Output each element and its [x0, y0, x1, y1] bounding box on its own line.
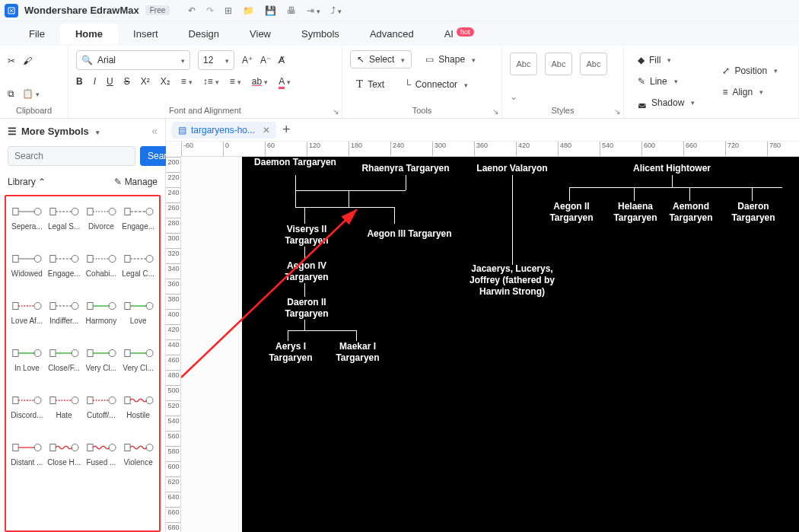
- shape-loveaf[interactable]: Love Af...: [9, 297, 45, 341]
- dialog-launcher-icon[interactable]: ↘: [333, 107, 339, 116]
- node-aemond[interactable]: Aemond Targaryen: [664, 201, 718, 224]
- menu-insert[interactable]: Insert: [118, 24, 173, 44]
- shape-cutoff[interactable]: Cutoff/...: [84, 391, 119, 435]
- shape-widowed[interactable]: Widowed: [9, 250, 45, 294]
- shape-closeh[interactable]: Close H...: [46, 438, 82, 483]
- style-more-icon[interactable]: ⌄: [510, 91, 517, 102]
- superscript-button[interactable]: X²: [141, 76, 150, 87]
- paste-icon[interactable]: 📋: [22, 88, 40, 99]
- text-tool[interactable]: TText: [350, 75, 390, 94]
- shape-legalc[interactable]: Legal C...: [120, 250, 156, 294]
- menu-symbols[interactable]: Symbols: [286, 24, 355, 44]
- align-shapes-button[interactable]: ≡ Align: [716, 84, 784, 100]
- add-tab-button[interactable]: +: [279, 122, 294, 138]
- shape-love[interactable]: Love: [120, 297, 156, 341]
- menu-design[interactable]: Design: [173, 24, 234, 44]
- save-icon[interactable]: 💾: [265, 5, 276, 16]
- cut-icon[interactable]: ✂: [8, 56, 15, 66]
- position-button[interactable]: ⤢ Position: [716, 62, 784, 79]
- style-preset-1[interactable]: Abc: [510, 53, 537, 75]
- shape-inlove[interactable]: In Love: [9, 344, 45, 388]
- shadow-button[interactable]: ◛ Shadow: [632, 94, 701, 111]
- bullets-button[interactable]: ≡: [181, 76, 193, 87]
- format-painter-icon[interactable]: 🖌: [23, 56, 32, 66]
- share-icon[interactable]: ⤴: [331, 5, 342, 16]
- shape-engage[interactable]: Engage...: [120, 202, 156, 247]
- menu-file[interactable]: File: [14, 24, 60, 44]
- line-spacing-button[interactable]: ↕≡: [203, 76, 219, 87]
- menu-home[interactable]: Home: [60, 24, 118, 44]
- fill-button[interactable]: ◆ Fill: [632, 52, 701, 68]
- shape-distant[interactable]: Distant ...: [9, 438, 45, 483]
- redo-icon[interactable]: ↷: [206, 5, 214, 16]
- dialog-launcher-icon[interactable]: ↘: [614, 107, 620, 116]
- strike-button[interactable]: S: [124, 76, 130, 87]
- shape-legals[interactable]: Legal S...: [46, 202, 82, 247]
- shape-verycl[interactable]: Very Cl...: [84, 344, 119, 388]
- shape-fused[interactable]: Fused ...: [84, 438, 119, 483]
- undo-icon[interactable]: ↶: [188, 5, 196, 16]
- node-helaena[interactable]: Helaena Targaryen: [607, 201, 664, 224]
- vruler-tick: 220: [166, 172, 181, 181]
- shape-harmony[interactable]: Harmony: [84, 297, 119, 341]
- close-tab-icon[interactable]: ✕: [263, 125, 270, 135]
- shape-label: Love: [130, 317, 147, 325]
- shape-label: Discord...: [11, 411, 43, 419]
- shape-verycl[interactable]: Very Cl...: [120, 344, 156, 388]
- clear-format-icon[interactable]: A̸: [279, 55, 285, 65]
- shape-indiffer[interactable]: Indiffer...: [46, 297, 82, 341]
- vruler-tick: 520: [166, 400, 181, 409]
- font-color-button[interactable]: A: [279, 76, 291, 87]
- dialog-launcher-icon[interactable]: ↘: [492, 107, 498, 116]
- shape-engage[interactable]: Engage...: [46, 250, 82, 294]
- sidebar-title[interactable]: ☰ More Symbols: [8, 126, 100, 137]
- document-tab[interactable]: ▤ targaryens-ho... ✕: [172, 122, 276, 139]
- highlight-button[interactable]: ab: [252, 76, 268, 87]
- shape-violence[interactable]: Violence: [120, 438, 156, 483]
- export-icon[interactable]: ⇥: [307, 5, 320, 16]
- shape-cohabi[interactable]: Cohabi...: [84, 250, 119, 294]
- print-icon[interactable]: 🖶: [287, 5, 296, 16]
- shape-hate[interactable]: Hate: [46, 391, 82, 435]
- style-preset-2[interactable]: Abc: [545, 53, 572, 75]
- menu-bar: File Home Insert Design View Symbols Adv…: [0, 21, 799, 46]
- node-alicent[interactable]: Alicent Hightower: [607, 163, 737, 174]
- font-select[interactable]: 🔍 Arial: [76, 50, 190, 70]
- select-tool[interactable]: ↖Select: [350, 50, 412, 68]
- shape-discord[interactable]: Discord...: [9, 391, 45, 435]
- subscript-button[interactable]: X₂: [161, 76, 170, 87]
- menu-ai[interactable]: AIhot: [429, 24, 489, 44]
- group-label: Styles: [510, 106, 616, 116]
- shape-divorce[interactable]: Divorce: [84, 202, 119, 247]
- align-button[interactable]: ≡: [230, 76, 241, 87]
- open-icon[interactable]: 📁: [243, 5, 254, 16]
- node-aegon2[interactable]: Aegon II Targaryen: [545, 201, 598, 224]
- shape-hostile[interactable]: Hostile: [120, 391, 156, 435]
- italic-button[interactable]: I: [94, 76, 96, 87]
- shape-closef[interactable]: Close/F...: [46, 344, 82, 388]
- canvas[interactable]: Daemon Targaryen Rhaenyra Targaryen Laen…: [181, 157, 799, 532]
- svg-rect-48: [13, 397, 18, 403]
- underline-button[interactable]: U: [107, 76, 113, 87]
- style-preset-3[interactable]: Abc: [580, 53, 607, 75]
- menu-view[interactable]: View: [234, 24, 286, 44]
- font-size-select[interactable]: 12: [198, 50, 234, 70]
- manage-library-button[interactable]: ✎Manage: [114, 177, 158, 187]
- cursor-icon: ↖: [357, 54, 364, 65]
- shape-label: Engage...: [48, 269, 81, 278]
- menu-advanced[interactable]: Advanced: [355, 24, 429, 44]
- node-daeron[interactable]: Daeron Targaryen: [726, 201, 781, 224]
- new-icon[interactable]: ⊞: [224, 5, 232, 16]
- line-button[interactable]: ✎ Line: [632, 73, 701, 90]
- sidebar: ☰ More Symbols « Search Library ⌃ ✎Manag…: [0, 119, 166, 532]
- connector-tool[interactable]: └Connector: [398, 76, 474, 93]
- increase-font-icon[interactable]: A⁺: [242, 55, 253, 65]
- shape-sepera[interactable]: Sepera...: [9, 202, 45, 247]
- library-toggle[interactable]: Library ⌃: [8, 177, 46, 187]
- collapse-sidebar-icon[interactable]: «: [151, 125, 158, 137]
- copy-icon[interactable]: ⧉: [8, 88, 14, 99]
- bold-button[interactable]: B: [76, 76, 83, 87]
- symbol-search-input[interactable]: [8, 146, 135, 166]
- shape-tool[interactable]: ▭Shape: [419, 51, 482, 68]
- decrease-font-icon[interactable]: A⁻: [260, 55, 271, 65]
